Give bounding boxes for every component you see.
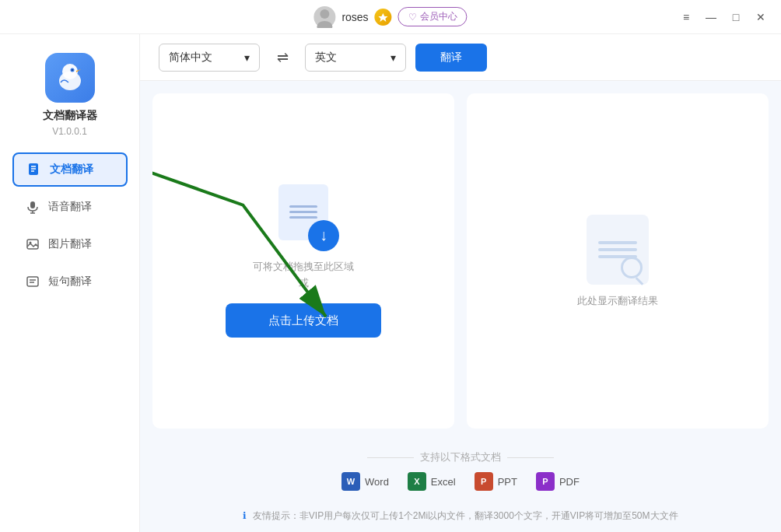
download-arrow-icon: ↓ <box>308 220 339 251</box>
svg-point-0 <box>320 9 329 19</box>
result-hint: 此处显示翻译结果 <box>577 294 658 308</box>
menu-button[interactable]: ≡ <box>675 6 697 28</box>
user-info: roses ♡ 会员中心 <box>313 6 467 28</box>
close-button[interactable]: ✕ <box>750 6 772 28</box>
sidebar-item-image[interactable]: 图片翻译 <box>12 227 128 261</box>
footer-tip: ℹ 友情提示：非VIP用户每次仅可上传1个2Mi以内文件，翻译3000个文字，开… <box>140 503 781 532</box>
svg-point-1 <box>317 21 332 28</box>
member-icon: ♡ <box>408 12 417 23</box>
svg-rect-17 <box>27 277 38 286</box>
toolbar: 简体中文 ▾ ⇌ 英文 ▾ 翻译 <box>140 34 781 81</box>
sidebar-item-voice[interactable]: 语音翻译 <box>12 190 128 224</box>
sidebar-item-sentence-label: 短句翻译 <box>48 275 92 289</box>
formats-title: 支持以下格式文档 <box>367 450 554 464</box>
ppt-label: PPT <box>498 476 517 488</box>
format-ppt: P PPT <box>475 472 517 491</box>
format-word: W Word <box>341 472 389 491</box>
app-logo <box>45 53 95 103</box>
upload-area: ↓ 可将文档拖拽至此区域 或 点击上传文档 <box>226 184 381 338</box>
upload-icon: ↓ <box>272 184 334 247</box>
sentence-icon <box>25 274 40 289</box>
svg-rect-12 <box>30 201 35 208</box>
formats-list: W Word X Excel P PPT P PDF <box>341 472 580 491</box>
result-doc-icon <box>587 215 649 285</box>
upload-panel: ↓ 可将文档拖拽至此区域 或 点击上传文档 <box>152 93 454 429</box>
info-icon: ℹ <box>243 510 247 521</box>
result-panel: 此处显示翻译结果 <box>467 93 769 429</box>
pdf-icon: P <box>536 472 555 491</box>
svg-marker-2 <box>379 13 388 22</box>
sidebar-item-sentence[interactable]: 短句翻译 <box>12 264 128 299</box>
excel-icon: X <box>408 472 426 491</box>
minimize-button[interactable]: — <box>700 6 722 28</box>
sidebar-item-image-label: 图片翻译 <box>48 237 92 251</box>
dropdown-icon: ▾ <box>244 51 250 64</box>
format-excel: X Excel <box>408 472 456 491</box>
word-label: Word <box>365 476 389 488</box>
app-name: 文档翻译器 <box>43 109 97 123</box>
upload-button[interactable]: 点击上传文档 <box>226 303 381 338</box>
main-content: 简体中文 ▾ ⇌ 英文 ▾ 翻译 ↓ 可将文档拖 <box>140 34 781 532</box>
dropdown-icon: ▾ <box>390 51 396 64</box>
search-icon <box>621 257 643 278</box>
svg-point-4 <box>62 64 78 79</box>
upload-hint: 可将文档拖拽至此区域 或 <box>253 259 354 292</box>
app-version: V1.0.0.1 <box>52 126 87 137</box>
format-pdf: P PDF <box>536 472 580 491</box>
maximize-button[interactable]: □ <box>725 6 747 28</box>
word-icon: W <box>341 472 360 491</box>
ppt-icon: P <box>475 472 493 491</box>
title-bar: roses ♡ 会员中心 ≡ — □ ✕ <box>0 0 781 34</box>
username: roses <box>341 11 368 23</box>
image-icon <box>25 236 40 252</box>
sidebar-item-voice-label: 语音翻译 <box>48 200 92 214</box>
panels: ↓ 可将文档拖拽至此区域 或 点击上传文档 <box>140 81 781 441</box>
window-controls: ≡ — □ ✕ <box>675 6 772 28</box>
mic-icon <box>25 199 40 215</box>
swap-button[interactable]: ⇌ <box>269 44 296 71</box>
translate-button[interactable]: 翻译 <box>415 44 487 72</box>
sidebar-item-doc-label: 文档翻译 <box>50 163 93 177</box>
avatar <box>313 6 335 28</box>
target-lang-select[interactable]: 英文 ▾ <box>305 44 406 72</box>
pdf-label: PDF <box>559 476 580 488</box>
source-lang-select[interactable]: 简体中文 ▾ <box>159 44 260 72</box>
result-area: 此处显示翻译结果 <box>577 215 658 308</box>
sidebar-item-doc[interactable]: 文档翻译 <box>12 152 128 187</box>
excel-label: Excel <box>431 476 456 488</box>
formats-section: 支持以下格式文档 W Word X Excel P PPT P PDF <box>140 441 781 503</box>
vip-badge <box>375 9 392 26</box>
member-center-button[interactable]: ♡ 会员中心 <box>398 7 468 26</box>
doc-icon <box>26 162 42 177</box>
sidebar: 文档翻译器 V1.0.0.1 文档翻译 语音翻译 <box>0 34 140 532</box>
svg-point-6 <box>71 69 72 71</box>
